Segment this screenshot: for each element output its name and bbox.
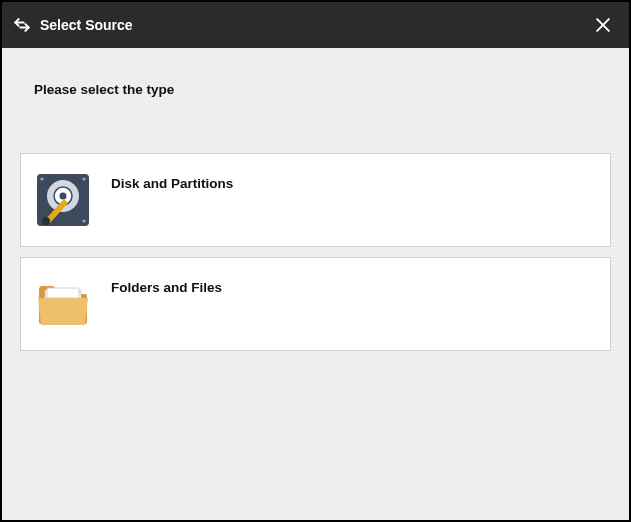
svg-point-7 bbox=[40, 177, 43, 180]
svg-rect-11 bbox=[47, 288, 79, 298]
option-label: Disk and Partitions bbox=[111, 176, 233, 191]
svg-point-9 bbox=[82, 219, 85, 222]
dialog-title: Select Source bbox=[40, 17, 591, 33]
svg-point-6 bbox=[42, 217, 50, 225]
close-icon bbox=[593, 15, 613, 35]
app-swap-icon bbox=[12, 15, 32, 35]
svg-point-5 bbox=[60, 193, 67, 200]
dialog-content: Please select the type Disk and Partitio… bbox=[2, 48, 629, 520]
option-label: Folders and Files bbox=[111, 280, 222, 295]
option-disk-and-partitions[interactable]: Disk and Partitions bbox=[20, 153, 611, 247]
option-folders-and-files[interactable]: Folders and Files bbox=[20, 257, 611, 351]
titlebar: Select Source bbox=[2, 2, 629, 48]
svg-point-8 bbox=[82, 177, 85, 180]
folder-icon bbox=[35, 276, 91, 332]
prompt-text: Please select the type bbox=[34, 82, 611, 97]
dialog-window: Select Source Please select the type bbox=[2, 2, 629, 520]
hard-disk-icon bbox=[35, 172, 91, 228]
close-button[interactable] bbox=[591, 13, 615, 37]
